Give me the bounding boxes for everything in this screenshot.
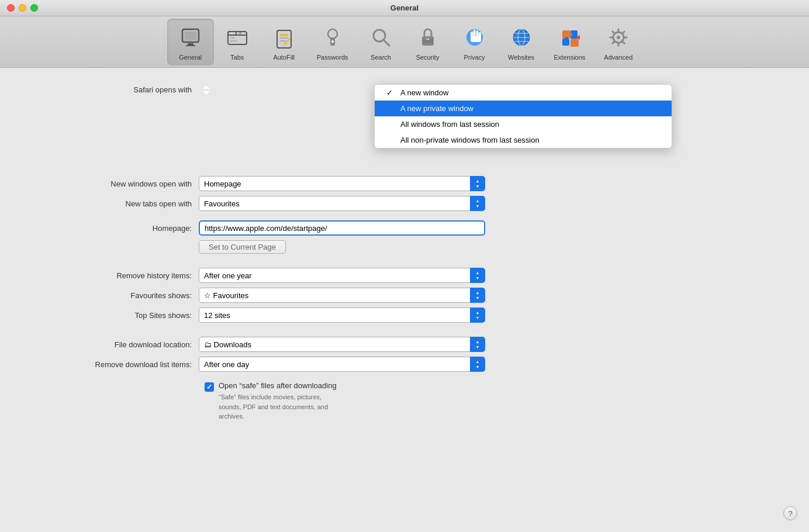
window-title: General [390, 4, 419, 12]
remove-download-dropdown[interactable]: After one day [199, 357, 485, 372]
new-tabs-select[interactable]: Favourites [199, 196, 485, 211]
top-sites-label: Top Sites shows: [23, 311, 199, 320]
general-icon [177, 23, 205, 51]
toolbar-item-extensions[interactable]: Extensions [545, 19, 595, 65]
toolbar-label-websites: Websites [508, 54, 534, 61]
open-safe-files-main-label: Open “safe” files after downloading [219, 381, 337, 390]
svg-line-55 [613, 31, 614, 33]
safari-opens-row: Safari opens with ✓ A new window A new p… [23, 85, 786, 94]
open-safe-files-label-group: Open “safe” files after downloading “Saf… [219, 381, 337, 422]
top-sites-dropdown[interactable]: 12 sites [199, 308, 485, 323]
svg-rect-45 [571, 39, 579, 47]
maximize-button[interactable] [30, 4, 38, 12]
safari-opens-dropdown-popup[interactable]: ✓ A new window A new private window All … [374, 84, 672, 148]
toolbar-label-security: Security [416, 54, 440, 61]
traffic-lights [7, 4, 38, 12]
dropdown-option-label-selected: A new private window [400, 104, 473, 113]
file-download-select[interactable]: 🗂 Downloads [199, 337, 485, 352]
autofill-icon [270, 23, 298, 51]
toolbar-label-privacy: Privacy [464, 54, 485, 61]
svg-point-46 [569, 33, 572, 36]
set-current-page-row: Set to Current Page [23, 240, 786, 254]
remove-download-label: Remove download list items: [23, 360, 199, 369]
file-download-dropdown[interactable]: 🗂 Downloads [199, 337, 485, 352]
file-download-row: File download location: 🗂 Downloads [23, 337, 786, 352]
dropdown-option-non-private[interactable]: All non-private windows from last sessio… [375, 132, 672, 148]
toolbar-label-advanced: Advanced [604, 54, 632, 61]
dropdown-option-last-session[interactable]: All windows from last session [375, 116, 672, 132]
extensions-icon [555, 23, 583, 51]
svg-point-50 [617, 36, 620, 39]
help-icon: ? [788, 509, 792, 518]
new-tabs-label: New tabs open with [23, 199, 199, 208]
dropdown-option-label-2: All windows from last session [400, 120, 499, 129]
new-tabs-dropdown[interactable]: Favourites [199, 196, 485, 211]
svg-rect-8 [230, 40, 237, 42]
favourites-shows-label: Favourites shows: [23, 291, 199, 300]
svg-rect-1 [185, 32, 196, 40]
toolbar-item-security[interactable]: Security [404, 19, 451, 65]
svg-line-58 [613, 42, 614, 43]
open-safe-files-sub-label: “Safe” files include movies, pictures, s… [219, 392, 337, 422]
toolbar-label-search: Search [371, 54, 391, 61]
toolbar-item-advanced[interactable]: Advanced [594, 19, 642, 65]
search-icon [367, 23, 395, 51]
security-icon [414, 23, 442, 51]
favourites-shows-row: Favourites shows: ☆ Favourites [23, 288, 786, 303]
help-button[interactable]: ? [783, 506, 797, 520]
toolbar-item-tabs[interactable]: + Tabs [214, 19, 261, 65]
homepage-label: Homepage: [23, 224, 199, 233]
svg-rect-35 [471, 36, 481, 42]
toolbar-label-tabs: Tabs [230, 54, 244, 61]
toolbar-item-websites[interactable]: Websites [498, 19, 545, 65]
svg-line-20 [383, 40, 389, 46]
title-bar: General [0, 0, 809, 16]
new-tabs-row: New tabs open with Favourites [23, 196, 786, 211]
remove-history-row: Remove history items: After one year [23, 268, 786, 283]
toolbar-item-passwords[interactable]: Passwords [307, 19, 358, 65]
file-download-label: File download location: [23, 340, 199, 349]
homepage-input[interactable] [199, 220, 485, 236]
dropdown-option-private-window[interactable]: A new private window [375, 101, 672, 116]
open-safe-files-checkbox[interactable] [205, 382, 214, 392]
favourites-shows-select[interactable]: ☆ Favourites [199, 288, 485, 303]
top-sites-select[interactable]: 12 sites [199, 308, 485, 323]
toolbar-label-passwords: Passwords [317, 54, 348, 61]
toolbar-item-autofill[interactable]: AutoFill [261, 19, 307, 65]
toolbar-label-autofill: AutoFill [273, 54, 295, 61]
advanced-icon [604, 23, 632, 51]
remove-download-select[interactable]: After one day [199, 357, 485, 372]
new-windows-dropdown[interactable]: Homepage [199, 176, 485, 191]
toolbar-item-privacy[interactable]: Privacy [451, 19, 498, 65]
favourites-shows-dropdown[interactable]: ☆ Favourites [199, 288, 485, 303]
new-windows-select[interactable]: Homepage [199, 176, 485, 191]
toolbar-item-general[interactable]: General [167, 19, 214, 65]
toolbar: General + Tabs [0, 16, 809, 68]
toolbar-item-search[interactable]: Search [358, 19, 404, 65]
privacy-icon [461, 23, 489, 51]
passwords-icon [319, 23, 347, 51]
dropdown-option-label-3: All non-private windows from last sessio… [400, 136, 540, 144]
svg-point-18 [331, 40, 334, 43]
remove-history-label: Remove history items: [23, 271, 199, 280]
remove-history-dropdown[interactable]: After one year [199, 268, 485, 283]
svg-rect-3 [186, 45, 195, 46]
remove-history-select[interactable]: After one year [199, 268, 485, 283]
svg-point-16 [328, 29, 337, 39]
content-area: Safari opens with ✓ A new window A new p… [0, 68, 809, 532]
dropdown-option-new-window[interactable]: ✓ A new window [375, 85, 672, 101]
svg-line-57 [623, 31, 624, 33]
new-windows-row: New windows open with Homepage [23, 176, 786, 191]
homepage-row: Homepage: [23, 220, 786, 236]
tabs-icon: + [223, 23, 251, 51]
toolbar-label-extensions: Extensions [554, 54, 586, 61]
close-button[interactable] [7, 4, 15, 12]
set-current-page-button[interactable]: Set to Current Page [199, 240, 286, 254]
minimize-button[interactable] [19, 4, 26, 12]
svg-marker-60 [203, 91, 210, 95]
svg-rect-7 [230, 37, 235, 39]
open-safe-files-row: Open “safe” files after downloading “Saf… [205, 381, 786, 422]
new-windows-label: New windows open with [23, 179, 199, 188]
svg-rect-2 [188, 43, 193, 45]
svg-text:+: + [238, 30, 242, 36]
